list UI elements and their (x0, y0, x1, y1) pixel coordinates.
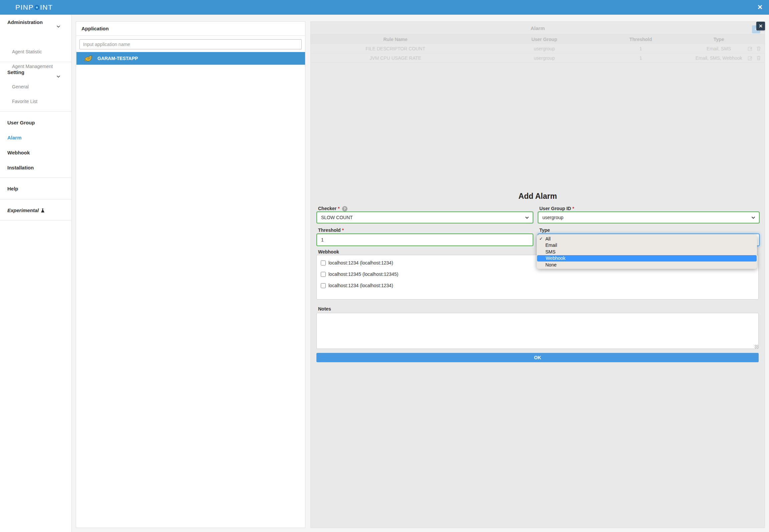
ok-button[interactable]: OK (316, 353, 759, 362)
top-header: PINP INT ✕ (0, 0, 769, 15)
application-list-item-selected[interactable]: GARAM-TESTAPP (76, 52, 305, 65)
cell-threshold: 1 (608, 53, 673, 63)
edit-alarm-icon[interactable] (748, 55, 753, 61)
checker-select[interactable]: SLOW COUNT (316, 211, 533, 223)
webhook-label: Webhook (318, 249, 339, 255)
user-group-id-label: User Group ID * (539, 206, 574, 211)
sidebar-item-favorite-list[interactable]: Favorite List (12, 98, 37, 105)
sidebar-divider (0, 111, 71, 112)
flask-icon (40, 208, 45, 213)
table-row: FILE DESCRIPTOR COUNT usergroup 1 Email,… (311, 44, 765, 53)
header-close-button[interactable]: ✕ (756, 3, 764, 11)
user-group-select[interactable]: usergroup (538, 211, 760, 223)
sidebar: Administration Agent Statistic Agent Man… (0, 15, 72, 532)
type-option-all[interactable]: ✓ All (537, 235, 757, 242)
logo-text-left: PINP (15, 3, 34, 11)
chevron-down-icon (56, 24, 61, 29)
required-marker: * (342, 227, 344, 233)
application-search-input[interactable] (79, 39, 302, 49)
type-option-none[interactable]: None (537, 261, 757, 268)
add-alarm-title: Add Alarm (311, 192, 765, 201)
column-header-threshold: Threshold (608, 35, 673, 44)
checker-label: Checker * ? (318, 206, 347, 211)
sidebar-divider (0, 220, 71, 220)
sidebar-item-installation[interactable]: Installation (7, 164, 34, 171)
cell-user-group: usergroup (480, 53, 608, 63)
sidebar-item-user-group[interactable]: User Group (7, 119, 35, 126)
sidebar-item-general[interactable]: General (12, 83, 29, 90)
sidebar-item-agent-statistic[interactable]: Agent Statistic (12, 48, 42, 55)
check-icon: ✓ (537, 236, 545, 241)
webhook-checkbox[interactable] (321, 283, 326, 288)
webhook-option: localhost:1234 (localhost:1234) (321, 259, 393, 267)
help-icon[interactable]: ? (342, 206, 347, 211)
type-option-sms[interactable]: SMS (537, 248, 757, 255)
column-header-type: Type (673, 35, 765, 44)
notes-textarea[interactable] (316, 313, 759, 349)
column-header-rule-name: Rule Name (311, 35, 480, 44)
sidebar-divider (0, 199, 71, 199)
webhook-option: localhost:1234 (localhost:1234) (321, 282, 393, 289)
sidebar-item-help[interactable]: Help (7, 185, 18, 192)
table-row: JVM CPU USAGE RATE usergroup 1 Email, SM… (311, 53, 765, 63)
webhook-checkbox[interactable] (321, 260, 326, 265)
chevron-down-icon (525, 215, 529, 220)
sidebar-group-administration[interactable]: Administration (7, 19, 67, 26)
alarm-table-header: Rule Name User Group Threshold Type (311, 35, 765, 44)
cell-user-group: usergroup (480, 44, 608, 53)
cell-rule-name: JVM CPU USAGE RATE (311, 53, 480, 63)
pinpoint-logo: PINP INT (15, 3, 53, 12)
close-form-button[interactable]: ✕ (756, 22, 765, 30)
type-option-email[interactable]: Email (537, 242, 757, 249)
logo-ring-icon (34, 5, 39, 10)
tomcat-icon (84, 55, 93, 62)
threshold-input[interactable] (316, 233, 533, 246)
type-option-webhook[interactable]: Webhook (537, 255, 757, 262)
webhook-checkbox[interactable] (321, 272, 326, 277)
sidebar-item-experimental[interactable]: Experimental (7, 207, 45, 214)
chevron-down-icon (56, 74, 61, 79)
required-marker: * (572, 206, 574, 211)
edit-alarm-icon[interactable] (748, 46, 753, 51)
application-panel: Application GARAM-TESTAPP (76, 21, 305, 528)
sidebar-group-setting[interactable]: Setting (7, 69, 67, 76)
delete-alarm-icon[interactable] (756, 55, 761, 61)
threshold-label: Threshold * (318, 227, 344, 233)
webhook-option: localhost:12345 (localhost:12345) (321, 271, 398, 278)
divider (76, 35, 305, 36)
alarm-panel-title: Alarm (311, 22, 765, 35)
type-dropdown-menu: ✓ All Email SMS Webhook None (537, 235, 757, 269)
sidebar-divider (0, 177, 71, 178)
sidebar-divider (0, 62, 71, 62)
sidebar-item-alarm[interactable]: Alarm (7, 134, 22, 141)
notes-label: Notes (318, 306, 331, 312)
application-panel-title: Application (81, 26, 109, 31)
column-header-user-group: User Group (480, 35, 608, 44)
cell-threshold: 1 (608, 44, 673, 53)
type-label: Type (539, 227, 550, 233)
cell-rule-name: FILE DESCRIPTOR COUNT (311, 44, 480, 53)
logo-text-right: INT (40, 3, 53, 11)
alarm-panel: Alarm Rule Name User Group Threshold Typ… (310, 21, 765, 528)
required-marker: * (338, 206, 339, 211)
chevron-down-icon (751, 215, 756, 220)
delete-alarm-icon[interactable] (756, 46, 761, 51)
sidebar-item-webhook[interactable]: Webhook (7, 149, 30, 156)
application-name: GARAM-TESTAPP (97, 56, 138, 61)
